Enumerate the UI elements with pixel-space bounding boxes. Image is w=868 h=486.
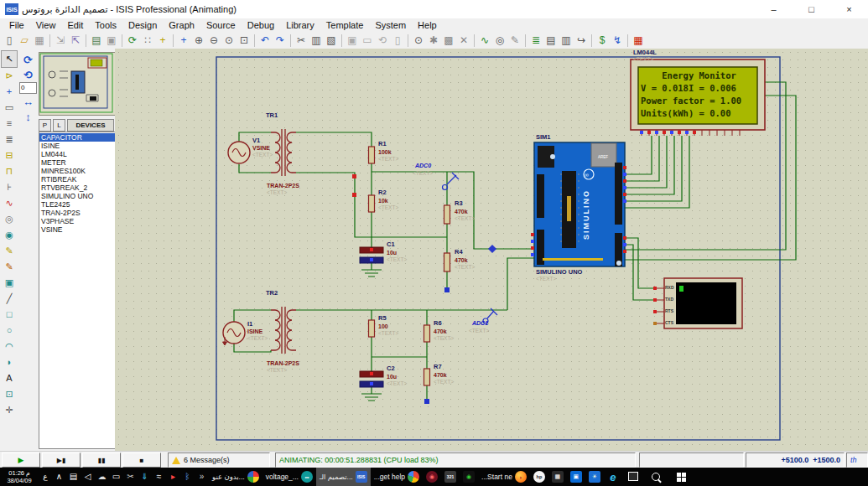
design-explorer-icon[interactable]: ≣ — [528, 34, 543, 48]
subcircuit-icon[interactable]: ⊟ — [2, 147, 17, 163]
line-2d-icon[interactable]: ╱ — [2, 291, 17, 307]
menu-help[interactable]: Help — [412, 20, 443, 30]
transformer-tr1[interactable] — [271, 129, 296, 176]
device-tle2425[interactable]: TLE2425 — [39, 200, 115, 209]
schematic-canvas[interactable]: ∞ — [115, 49, 868, 451]
junction-dot-icon[interactable]: + — [2, 84, 17, 100]
current-probe-icon[interactable]: ✎ — [2, 259, 17, 275]
taskbar-app-weather[interactable]: ☀ — [585, 468, 604, 486]
menu-tools[interactable]: Tools — [89, 20, 122, 30]
block-rotate-icon[interactable]: ⟲ — [375, 34, 390, 48]
tape-recorder-icon[interactable]: ◎ — [2, 211, 17, 227]
marker-icon[interactable]: ✛ — [2, 402, 17, 418]
kmplayer-tray-icon[interactable]: ▸ — [166, 468, 180, 485]
device-isine[interactable]: ISINE — [39, 142, 115, 150]
menu-system[interactable]: System — [369, 20, 412, 30]
message-counter[interactable]: 6 Message(s) — [168, 452, 270, 468]
menu-library[interactable]: Library — [280, 20, 320, 30]
grid-icon[interactable]: ∷ — [140, 34, 155, 48]
redraw-icon[interactable]: ⟳ — [125, 34, 140, 48]
volume-icon[interactable]: ◁ — [81, 468, 95, 485]
transformer-tr2[interactable] — [271, 307, 296, 354]
decompose-icon[interactable]: ✕ — [456, 34, 471, 48]
mirror-h-icon[interactable]: ↔ — [21, 94, 36, 109]
close-button[interactable]: × — [830, 0, 868, 18]
circle-2d-icon[interactable]: ○ — [2, 323, 17, 339]
zoom-all-icon[interactable]: ⊙ — [221, 34, 236, 48]
device-meter[interactable]: METER — [39, 158, 115, 167]
taskbar-app-isis[interactable]: تصميم الـ... ISIS — [316, 468, 371, 486]
device-rtvbreak2[interactable]: RTVBREAK_2 — [39, 184, 115, 192]
snipping-icon[interactable]: ✂ — [123, 468, 138, 485]
resistors[interactable] — [369, 147, 450, 385]
source-v1[interactable] — [228, 142, 250, 163]
device-pin-icon[interactable]: ⊦ — [2, 179, 17, 195]
zoom-in-icon[interactable]: ⊕ — [191, 34, 206, 48]
schematic-overview[interactable] — [39, 52, 116, 116]
device-tran2p2s[interactable]: TRAN-2P2S — [39, 209, 115, 217]
taskbar-app-game[interactable]: ◉ — [423, 468, 441, 486]
virtual-terminal[interactable] — [657, 278, 742, 328]
generator-mode-icon[interactable]: ◉ — [2, 227, 17, 243]
zoom-out-icon[interactable]: ⊖ — [206, 34, 221, 48]
pick-parts-button[interactable]: P — [39, 119, 51, 132]
new-file-icon[interactable]: ▯ — [2, 34, 17, 48]
import-icon[interactable]: ⇲ — [53, 34, 68, 48]
menu-file[interactable]: File — [3, 20, 30, 30]
tray-expand-icon[interactable]: ∧ — [52, 468, 66, 485]
block-delete-icon[interactable]: ▯ — [390, 34, 405, 48]
print-icon[interactable]: ▤ — [89, 34, 104, 48]
task-view-button[interactable] — [622, 472, 644, 483]
voltage-probe-icon[interactable]: ✎ — [2, 243, 17, 259]
menu-design[interactable]: Design — [122, 20, 163, 30]
bluetooth-icon[interactable]: ᛒ — [180, 468, 195, 485]
taskbar-app-paint[interactable]: بدون عنو... — [209, 468, 262, 486]
netlist-ares-icon[interactable]: ▦ — [631, 34, 646, 48]
cut-icon[interactable]: ✂ — [294, 34, 309, 48]
notification-icon[interactable]: ▤ — [66, 468, 81, 485]
device-simulino-uno[interactable]: SIMULINO UNO — [39, 192, 115, 200]
print-area-icon[interactable]: ▣ — [104, 34, 119, 48]
rotate-ccw-icon[interactable]: ⟲ — [21, 67, 36, 82]
battery-icon[interactable]: ▭ — [109, 468, 123, 485]
language-indicator[interactable]: ع — [39, 473, 52, 481]
pause-button[interactable]: ▮▮ — [82, 452, 121, 468]
electrical-check-icon[interactable]: ↯ — [610, 34, 625, 48]
idm-download-icon[interactable]: ⇓ — [138, 468, 152, 485]
remove-sheet-icon[interactable]: ▥ — [559, 34, 574, 48]
symbol-2d-icon[interactable]: ⊡ — [2, 386, 17, 402]
block-move-icon[interactable]: ▭ — [360, 34, 375, 48]
export-icon[interactable]: ⇱ — [68, 34, 83, 48]
new-sheet-icon[interactable]: ▤ — [543, 34, 559, 48]
open-folder-icon[interactable]: ▱ — [17, 34, 32, 48]
rotate-cw-icon[interactable]: ⟳ — [21, 52, 36, 67]
maximize-button[interactable]: □ — [793, 0, 830, 18]
zoom-area-icon[interactable]: ⊡ — [236, 34, 252, 48]
paste-icon[interactable]: ▧ — [324, 34, 339, 48]
virtual-instruments-icon[interactable]: ▣ — [2, 275, 17, 291]
property-tool-icon[interactable]: ✎ — [507, 34, 522, 48]
origin-icon[interactable]: + — [155, 34, 170, 48]
copy-icon[interactable]: ▥ — [309, 34, 324, 48]
angle-input[interactable]: 0 — [19, 82, 37, 94]
taskbar-app-firefox[interactable]: ...Start ne ◗ — [478, 468, 530, 486]
wifi-icon[interactable]: ≈ — [152, 468, 166, 485]
menu-edit[interactable]: Edit — [61, 20, 89, 30]
search-tag-icon[interactable]: ◎ — [492, 34, 507, 48]
device-vsine[interactable]: VSINE — [39, 225, 115, 234]
menu-view[interactable]: View — [30, 20, 62, 30]
goto-sheet-icon[interactable]: ↪ — [574, 34, 589, 48]
taskbar-search-button[interactable] — [644, 473, 668, 481]
taskbar-app-kmplayer[interactable]: 321 — [441, 468, 460, 486]
save-icon[interactable]: ▦ — [32, 34, 47, 48]
taskbar-app-arduino-ide[interactable]: voltage_... ∞ — [262, 468, 316, 486]
graph-mode-icon[interactable]: ∿ — [2, 195, 17, 211]
device-capacitor[interactable]: CAPACITOR — [39, 133, 115, 142]
minimize-button[interactable]: – — [755, 0, 793, 18]
path-2d-icon[interactable]: ◗ — [2, 354, 17, 370]
device-lm044l[interactable]: LM044L — [39, 150, 115, 158]
terminal-mode-icon[interactable]: ⊓ — [2, 163, 17, 179]
bill-of-materials-icon[interactable]: $ — [595, 34, 610, 48]
wire-autorouter-icon[interactable]: ∿ — [477, 34, 492, 48]
pan-icon[interactable]: + — [176, 34, 191, 48]
